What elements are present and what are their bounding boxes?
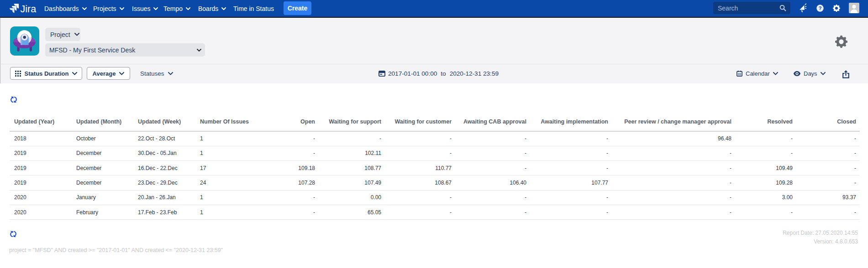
svg-text:Jira: Jira [21,4,37,15]
svg-text:?: ? [819,5,822,11]
